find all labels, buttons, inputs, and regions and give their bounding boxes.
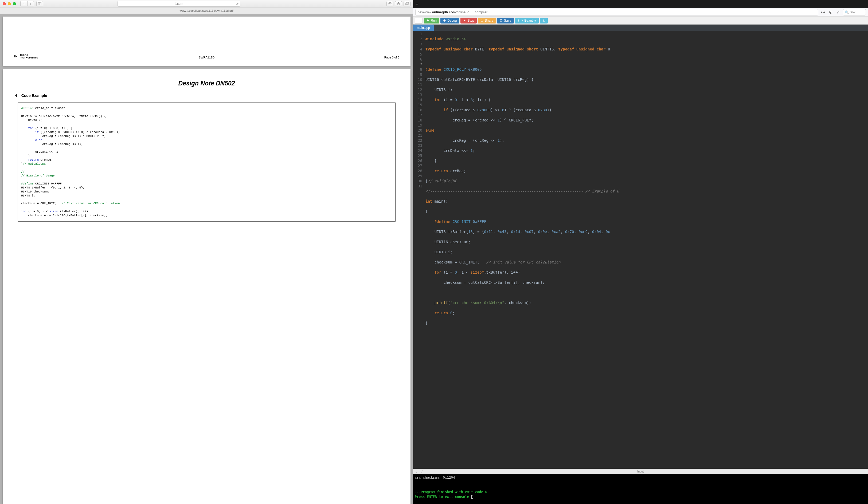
svg-rect-4	[405, 3, 408, 5]
stop-label: Stop	[467, 19, 474, 22]
doc-id: SWRA111D	[199, 56, 215, 59]
tab-title: www.ti.com/lit/an/swra111d/swra111d.pdf	[180, 9, 234, 12]
editor-tab-main[interactable]: main.cpp	[413, 24, 434, 31]
code-content[interactable]: #include <stdio.h> typedef unsigned char…	[424, 31, 868, 469]
beautify-label: Beautify	[524, 19, 536, 22]
console-cursor	[472, 495, 473, 498]
logo-text-2: INSTRUMENTS	[20, 56, 38, 59]
console-line-prompt: Press ENTER to exit console.	[415, 495, 471, 498]
firefox-search-box[interactable]: 🔍 Sök	[843, 9, 866, 15]
svg-rect-8	[500, 20, 502, 20]
minimize-window-button[interactable]	[8, 2, 11, 6]
more-icon[interactable]: •••	[820, 10, 826, 15]
svg-rect-0	[38, 2, 41, 5]
stop-button[interactable]: Stop	[461, 18, 477, 23]
beautify-button[interactable]: { } Beautify	[515, 18, 538, 23]
run-label: Run	[431, 19, 437, 22]
firefox-address-bar[interactable]: ps://www.onlinegdb.com/online_c++_compil…	[415, 9, 818, 15]
save-label: Save	[504, 19, 511, 22]
run-button[interactable]: Run	[424, 18, 440, 23]
section-title: Code Example	[21, 93, 47, 98]
pdf-title: Design Note DN502	[15, 80, 398, 87]
editor-tabstrip: main.cpp	[413, 24, 868, 31]
collapse-console-icon[interactable]: ⌄	[415, 470, 418, 473]
svg-point-6	[444, 20, 445, 21]
downloads-button[interactable]	[386, 1, 393, 7]
code-editor[interactable]: 1234567891011121314151617181920212223242…	[413, 31, 868, 469]
ti-logo: TEXAS INSTRUMENTS	[14, 54, 38, 59]
pocket-icon[interactable]	[828, 10, 833, 15]
pdf-page-current: Design Note DN502 4 Code Example #define…	[3, 69, 411, 504]
share-button[interactable]	[395, 1, 402, 7]
new-file-button[interactable]	[415, 18, 423, 23]
console-tab-label[interactable]: input	[638, 470, 644, 473]
bookmark-star-icon[interactable]: ☆	[835, 10, 841, 15]
reload-icon[interactable]: ⟳	[236, 2, 238, 6]
pdf-viewport[interactable]: TEXAS INSTRUMENTS SWRA111D Page 3 of 6 D…	[0, 14, 413, 504]
back-button[interactable]: ‹	[20, 1, 27, 7]
svg-rect-7	[464, 20, 465, 21]
ide-toolbar: Run Debug Stop Share Save { } Beautify	[413, 17, 868, 24]
sidebar-button[interactable]	[36, 1, 43, 7]
pdf-code-block: #define CRC16_POLY 0x8005 UINT16 culCalc…	[18, 103, 395, 222]
firefox-window: + ps://www.onlinegdb.com/online_c++_comp…	[413, 0, 868, 504]
svg-rect-5	[406, 2, 409, 4]
firefox-tabstrip: +	[413, 0, 868, 8]
console-line: crc checksum: 0x1204	[415, 475, 455, 480]
tabs-button[interactable]	[404, 1, 411, 7]
window-controls	[3, 2, 16, 6]
share-label: Share	[485, 19, 493, 22]
url-domain: onlinegdb.com	[432, 10, 456, 14]
url-path: /online_c++_compiler	[456, 10, 487, 14]
save-button[interactable]: Save	[497, 18, 514, 23]
safari-tab[interactable]: www.ti.com/lit/an/swra111d/swra111d.pdf	[0, 8, 413, 14]
share-button[interactable]: Share	[478, 18, 496, 23]
url-prefix: ps://www.	[418, 10, 432, 14]
editor-tab-label: main.cpp	[417, 26, 430, 30]
forward-button[interactable]: ›	[27, 1, 34, 7]
console-output[interactable]: crc checksum: 0x1204 ...Program finished…	[413, 474, 868, 504]
line-number-gutter: 1234567891011121314151617181920212223242…	[413, 31, 424, 469]
page-number: Page 3 of 6	[384, 56, 399, 59]
debug-label: Debug	[447, 19, 457, 22]
search-placeholder: Sök	[850, 10, 856, 14]
safari-toolbar: ‹ › ti.com ⟳	[0, 0, 413, 8]
section-heading: 4 Code Example	[15, 93, 398, 98]
safari-window: ‹ › ti.com ⟳ ww	[0, 0, 413, 504]
download-button[interactable]	[540, 18, 548, 23]
logo-text-1: TEXAS	[20, 54, 38, 56]
section-number: 4	[15, 93, 17, 98]
close-window-button[interactable]	[3, 2, 6, 6]
search-icon: 🔍	[845, 10, 849, 14]
zoom-window-button[interactable]	[13, 2, 16, 6]
console-line-exit: ...Program finished with exit code 0	[415, 490, 487, 494]
new-tab-button[interactable]: +	[413, 1, 421, 8]
firefox-toolbar: ps://www.onlinegdb.com/online_c++_compil…	[413, 8, 868, 17]
pdf-page-previous: TEXAS INSTRUMENTS SWRA111D Page 3 of 6	[3, 17, 411, 66]
expand-console-icon[interactable]: ⤢	[421, 470, 423, 473]
address-bar[interactable]: ti.com ⟳	[117, 1, 240, 7]
console-bar: ⌄ ⤢ input	[413, 469, 868, 474]
url-text: ti.com	[175, 2, 183, 6]
debug-button[interactable]: Debug	[441, 18, 459, 23]
